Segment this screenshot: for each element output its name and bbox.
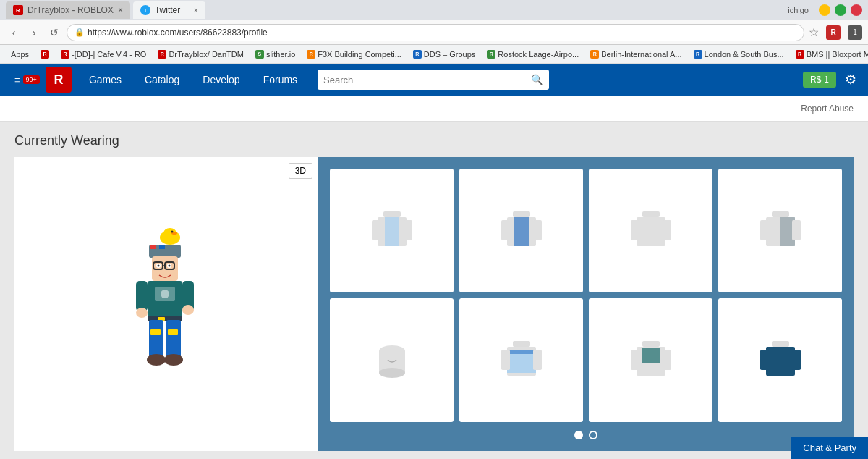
chat-party-button[interactable]: Chat & Party — [791, 437, 868, 459]
rostock-favicon: R — [487, 50, 495, 59]
svg-point-3 — [171, 231, 174, 233]
robux-label: R$ — [810, 75, 821, 85]
twitter-tab-close[interactable]: × — [194, 6, 198, 14]
svg-rect-36 — [513, 211, 530, 217]
nav-forums[interactable]: Forums — [252, 64, 309, 96]
svg-rect-7 — [159, 245, 165, 249]
berlin-favicon: R — [590, 50, 599, 59]
back-button[interactable]: ‹ — [6, 25, 22, 41]
cafev4-label: -[DD]-| Cafe V.4 - RO — [72, 50, 146, 59]
svg-rect-65 — [760, 350, 769, 370]
roblox-tab[interactable]: R DrTrayblox - ROBLOX × — [6, 1, 130, 19]
nav-games[interactable]: Games — [77, 64, 133, 96]
bookmark-apps[interactable]: Apps — [6, 49, 34, 60]
drtrayblox-favicon: R — [158, 50, 166, 59]
pagination-dot-2[interactable] — [589, 431, 597, 439]
bookmark-cafev4[interactable]: R -[DD]-| Cafe V.4 - RO — [56, 49, 151, 60]
roblox-bm-favicon: R — [41, 50, 49, 59]
bookmark-slither[interactable]: S slither.io — [250, 49, 300, 60]
search-container: 🔍 — [318, 70, 549, 90]
svg-rect-27 — [150, 329, 161, 335]
svg-rect-31 — [383, 211, 401, 217]
svg-rect-38 — [514, 217, 529, 246]
address-input[interactable]: 🔒 https://www.roblox.com/users/86623883/… — [67, 24, 804, 41]
bookmark-dds[interactable]: R DDS – Groups — [408, 49, 481, 60]
close-button[interactable] — [851, 4, 862, 16]
currently-wearing-title: Currently Wearing — [14, 133, 854, 148]
twitter-favicon: T — [140, 5, 150, 15]
svg-rect-26 — [166, 320, 181, 360]
svg-point-15 — [169, 265, 171, 267]
svg-rect-40 — [533, 220, 542, 240]
pagination-dot-1[interactable] — [574, 431, 583, 439]
item-cell-8[interactable] — [718, 298, 842, 422]
robux-button[interactable]: R$ 1 — [803, 72, 836, 88]
bookmarks-bar: Apps R R -[DD]-| Cafe V.4 - RO R DrTrayb… — [0, 45, 868, 64]
svg-rect-33 — [385, 217, 399, 246]
svg-rect-25 — [149, 320, 163, 360]
svg-rect-44 — [663, 220, 671, 240]
robux-count: 1 — [824, 75, 829, 85]
svg-rect-57 — [533, 350, 542, 370]
nav-links: Games Catalog Develop Forums — [77, 64, 309, 96]
report-abuse-link[interactable]: Report Abuse — [801, 104, 854, 114]
item-cell-4[interactable] — [718, 169, 842, 292]
item-cell-2[interactable] — [459, 169, 583, 292]
menu-button[interactable]: ≡ 99+ — [9, 75, 46, 85]
london-label: London & South Bus... — [705, 50, 784, 59]
item-cell-6[interactable] — [459, 298, 583, 422]
bookmark-rostock[interactable]: R Rostock Laage-Airpo... — [482, 49, 584, 60]
item-cell-5[interactable] — [330, 298, 454, 422]
bookmark-star-icon[interactable]: ☆ — [809, 25, 819, 39]
svg-rect-53 — [513, 341, 530, 347]
twitter-tab-label: Twitter — [155, 5, 180, 15]
item-cell-1[interactable] — [330, 169, 454, 292]
drtrayblox-label: DrTrayblox/ DanTDM — [169, 50, 244, 59]
svg-point-14 — [158, 265, 160, 267]
minimize-button[interactable] — [819, 4, 830, 16]
roblox-logo[interactable]: R — [46, 67, 72, 93]
search-icon[interactable]: 🔍 — [531, 74, 543, 85]
roblox-tab-label: DrTrayblox - ROBLOX — [27, 5, 114, 15]
svg-rect-63 — [772, 341, 789, 347]
items-grid-container — [318, 157, 854, 451]
svg-point-52 — [379, 368, 405, 378]
bookmark-drtrayblox[interactable]: R DrTrayblox/ DanTDM — [153, 49, 249, 60]
extension-icon-2[interactable]: 1 — [848, 25, 862, 40]
settings-icon[interactable]: ⚙ — [842, 69, 859, 90]
bookmark-berlin[interactable]: R Berlin-International A... — [585, 49, 686, 60]
nav-catalog[interactable]: Catalog — [133, 64, 191, 96]
item-cell-7[interactable] — [589, 298, 712, 422]
roblox-tab-close[interactable]: × — [118, 5, 123, 15]
bookmark-roblox-icon[interactable]: R — [35, 49, 54, 60]
slither-favicon: S — [255, 50, 264, 59]
maximize-button[interactable] — [835, 4, 846, 16]
extension-icon[interactable]: R — [826, 25, 841, 40]
cafev4-favicon: R — [61, 50, 69, 59]
slither-label: slither.io — [266, 50, 295, 59]
address-bar-container: ‹ › ↺ 🔒 https://www.roblox.com/users/866… — [0, 20, 868, 45]
svg-rect-58 — [642, 341, 660, 347]
nav-develop[interactable]: Develop — [191, 64, 251, 96]
london-favicon: R — [694, 50, 702, 59]
notification-badge: 99+ — [23, 75, 40, 84]
svg-rect-61 — [631, 350, 639, 370]
bms-favicon: R — [796, 50, 804, 59]
avatar-figure — [109, 217, 224, 391]
3d-button[interactable]: 3D — [289, 163, 312, 179]
item-cell-3[interactable] — [589, 169, 712, 292]
twitter-tab[interactable]: T Twitter × — [133, 1, 205, 19]
svg-rect-60 — [642, 348, 660, 363]
svg-rect-49 — [792, 220, 801, 240]
bookmark-london[interactable]: R London & South Bus... — [689, 49, 789, 60]
search-input[interactable] — [323, 75, 531, 85]
wearing-container: 3D — [14, 157, 854, 451]
roblox-favicon: R — [13, 5, 23, 15]
roblox-navbar: ≡ 99+ R Games Catalog Develop Forums 🔍 R… — [0, 64, 868, 96]
svg-point-30 — [164, 354, 183, 366]
forward-button[interactable]: › — [26, 25, 42, 41]
bookmark-f3x[interactable]: R F3X Building Competi... — [302, 49, 407, 60]
bookmark-bms[interactable]: R BMS || Bloxport Midd... — [791, 49, 868, 60]
reload-button[interactable]: ↺ — [46, 25, 62, 41]
dds-favicon: R — [413, 50, 422, 59]
